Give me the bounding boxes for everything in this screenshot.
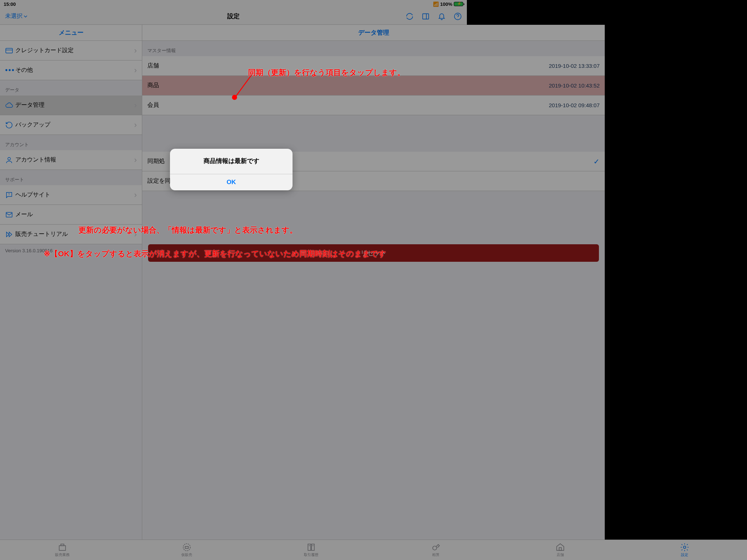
alert-dialog: 商品情報は最新です OK xyxy=(170,149,293,190)
svg-line-21 xyxy=(236,75,252,97)
annotation-uptodate: 更新の必要がない場合、「情報は最新です」と表示されます。 xyxy=(78,225,297,235)
annotation-tap: 同期（更新）を行なう項目をタップします。 xyxy=(248,67,405,78)
alert-title: 商品情報は最新です xyxy=(170,149,293,174)
alert-ok-button[interactable]: OK xyxy=(170,174,293,190)
annotation-dot xyxy=(232,95,237,100)
annotation-note: ※【OK】をタップすると表示が消えますが、更新を行なっていないため同期時刻はその… xyxy=(44,249,386,259)
